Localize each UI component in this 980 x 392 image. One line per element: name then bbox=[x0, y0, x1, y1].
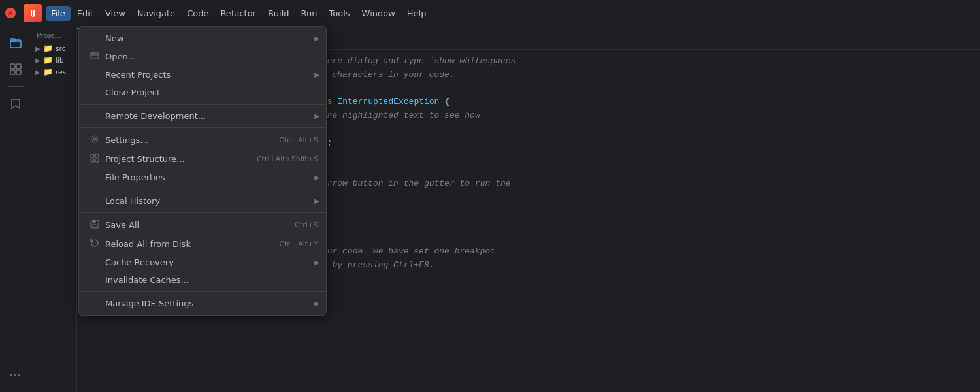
close-button[interactable]: ✕ bbox=[5, 8, 16, 18]
menu-entry-new-label: New bbox=[105, 33, 318, 43]
svg-rect-12 bbox=[95, 159, 99, 162]
project-item-label-3: res bbox=[56, 68, 67, 76]
menu-entry-new[interactable]: New bbox=[79, 29, 326, 47]
folder-icon-2: 📁 bbox=[43, 56, 53, 65]
menu-entry-local-history[interactable]: Local History bbox=[79, 192, 326, 210]
menu-entry-settings-label: Settings... bbox=[105, 135, 274, 145]
menu-entry-recent-projects[interactable]: Recent Projects bbox=[79, 66, 326, 84]
chevron-icon: ▶ bbox=[35, 45, 41, 52]
sidebar-icon-project[interactable] bbox=[4, 31, 27, 55]
menu-separator-3 bbox=[79, 189, 326, 189]
settings-icon bbox=[90, 135, 100, 146]
svg-point-8 bbox=[93, 138, 96, 140]
project-item-label-1: src bbox=[56, 44, 66, 53]
project-item-label-2: lib bbox=[56, 56, 64, 65]
menu-entry-invalidate-caches-label: Invalidate Caches... bbox=[105, 275, 318, 285]
menu-entry-save-all-shortcut: Ctrl+S bbox=[295, 221, 318, 229]
menu-build[interactable]: Build bbox=[263, 6, 295, 21]
svg-rect-15 bbox=[92, 225, 97, 227]
svg-rect-3 bbox=[16, 64, 21, 69]
menu-help[interactable]: Help bbox=[402, 6, 432, 21]
menu-separator-2 bbox=[79, 127, 326, 128]
menu-entry-project-structure-shortcut: Ctrl+Alt+Shift+S bbox=[257, 155, 318, 163]
menu-entry-file-properties-label: File Properties bbox=[105, 172, 318, 182]
sidebar-divider bbox=[8, 86, 24, 87]
project-title: Proje... bbox=[31, 29, 76, 42]
file-menu-dropdown: New Open... Recent Projects Close Projec… bbox=[78, 26, 327, 316]
app-logo: IJ bbox=[24, 4, 42, 22]
svg-rect-4 bbox=[10, 70, 15, 74]
menu-entry-manage-ide-settings-label: Manage IDE Settings bbox=[105, 299, 318, 308]
menu-entry-remote-development-label: Remote Development... bbox=[105, 111, 318, 121]
reload-icon bbox=[90, 238, 100, 250]
project-structure-icon bbox=[90, 154, 100, 165]
menu-navigate[interactable]: Navigate bbox=[132, 6, 180, 21]
menu-entry-project-structure-label: Project Structure... bbox=[105, 154, 252, 164]
menu-entry-invalidate-caches[interactable]: Invalidate Caches... bbox=[79, 271, 326, 289]
svg-rect-14 bbox=[93, 220, 96, 223]
menu-entry-close-project[interactable]: Close Project bbox=[79, 84, 326, 101]
menu-entry-cache-recovery-label: Cache Recovery bbox=[105, 257, 318, 267]
menu-entry-recent-projects-label: Recent Projects bbox=[105, 70, 318, 80]
menu-entry-save-all[interactable]: Save All Ctrl+S bbox=[79, 216, 326, 235]
menu-window[interactable]: Window bbox=[357, 6, 400, 21]
menu-code[interactable]: Code bbox=[182, 6, 214, 21]
menu-entry-local-history-label: Local History bbox=[105, 196, 318, 206]
sidebar-icon-more[interactable]: ··· bbox=[4, 363, 27, 387]
menu-run[interactable]: Run bbox=[296, 6, 323, 21]
menu-separator-4 bbox=[79, 212, 326, 213]
menu-entry-close-project-label: Close Project bbox=[105, 88, 318, 97]
chevron-icon-2: ▶ bbox=[35, 57, 41, 64]
project-tree-item-1[interactable]: ▶ 📁 src bbox=[31, 42, 76, 54]
menu-entry-reload-all-shortcut: Ctrl+Alt+Y bbox=[279, 240, 318, 248]
folder-icon-3: 📁 bbox=[43, 67, 53, 76]
svg-rect-10 bbox=[95, 154, 99, 157]
sidebar-icon-bookmarks[interactable] bbox=[4, 92, 27, 116]
menu-entry-reload-all[interactable]: Reload All from Disk Ctrl+Alt+Y bbox=[79, 235, 326, 253]
menu-file[interactable]: File bbox=[46, 6, 71, 21]
project-tree-item-3[interactable]: ▶ 📁 res bbox=[31, 66, 76, 78]
menu-entry-open-label: Open... bbox=[105, 52, 318, 61]
menu-entry-settings-shortcut: Ctrl+Alt+S bbox=[279, 136, 318, 144]
titlebar: ✕ IJ File Edit View Navigate Code Refact… bbox=[0, 0, 980, 26]
menu-tools[interactable]: Tools bbox=[324, 6, 355, 21]
save-all-icon bbox=[90, 220, 100, 231]
menu-entry-project-structure[interactable]: Project Structure... Ctrl+Alt+Shift+S bbox=[79, 150, 326, 169]
svg-rect-2 bbox=[10, 64, 15, 69]
svg-rect-9 bbox=[91, 154, 94, 157]
sidebar-icons: ··· bbox=[0, 26, 31, 392]
menu-edit[interactable]: Edit bbox=[72, 6, 99, 21]
svg-rect-11 bbox=[91, 159, 94, 162]
menu-entry-reload-all-label: Reload All from Disk bbox=[105, 239, 274, 249]
svg-rect-6 bbox=[91, 53, 99, 59]
menu-entry-cache-recovery[interactable]: Cache Recovery bbox=[79, 253, 326, 271]
menu-entry-manage-ide-settings[interactable]: Manage IDE Settings bbox=[79, 295, 326, 312]
sidebar-icon-structure[interactable] bbox=[4, 57, 27, 81]
project-tree-item-2[interactable]: ▶ 📁 lib bbox=[31, 54, 76, 66]
menu-entry-settings[interactable]: Settings... Ctrl+Alt+S bbox=[79, 131, 326, 150]
menu-bar: File Edit View Navigate Code Refactor Bu… bbox=[46, 6, 431, 21]
svg-rect-5 bbox=[16, 70, 21, 74]
menu-entry-remote-development[interactable]: Remote Development... bbox=[79, 107, 326, 125]
menu-entry-open[interactable]: Open... bbox=[79, 47, 326, 66]
menu-view[interactable]: View bbox=[100, 6, 131, 21]
chevron-icon-3: ▶ bbox=[35, 69, 41, 76]
menu-separator-5 bbox=[79, 291, 326, 292]
menu-entry-file-properties[interactable]: File Properties bbox=[79, 169, 326, 186]
menu-entry-save-all-label: Save All bbox=[105, 220, 289, 230]
menu-refactor[interactable]: Refactor bbox=[215, 6, 261, 21]
menu-separator-1 bbox=[79, 104, 326, 105]
open-icon bbox=[90, 51, 100, 62]
project-panel: Proje... ▶ 📁 src ▶ 📁 lib ▶ 📁 res bbox=[31, 26, 77, 392]
folder-icon-1: 📁 bbox=[43, 44, 53, 53]
